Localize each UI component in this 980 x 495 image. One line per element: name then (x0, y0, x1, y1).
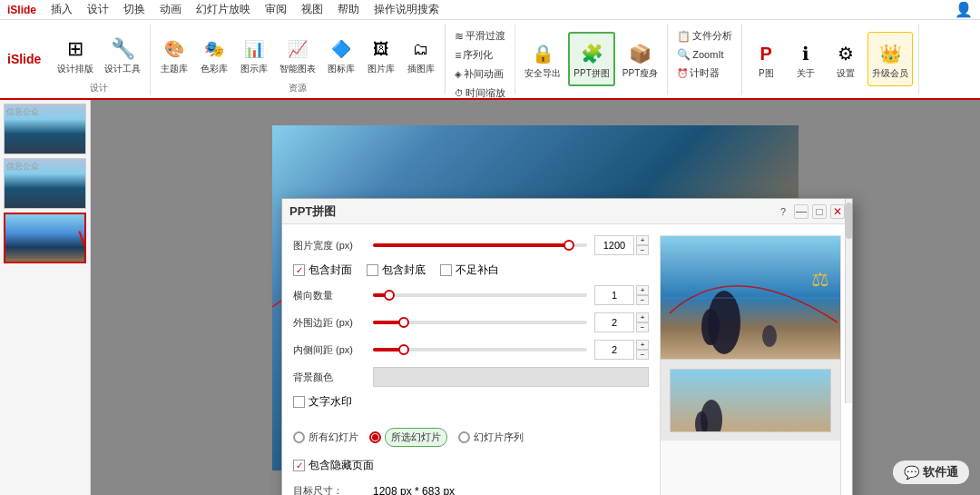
canvas-lib-button[interactable]: 🗂 插图库 (403, 27, 439, 82)
ribbon-group-settings: P P图 ℹ 关于 ⚙ 设置 👑 升级会员 (742, 24, 919, 94)
icon-lib-button[interactable]: 🔷 图标库 (323, 27, 359, 82)
smooth-trans-button[interactable]: ≋ 平滑过渡 (451, 27, 509, 45)
user-icon[interactable]: 👤 (955, 1, 973, 18)
pic-lib-label: 图片库 (368, 64, 395, 74)
canvas-lib-icon: 🗂 (407, 35, 436, 64)
watermark-label: 文字水印 (309, 394, 352, 410)
menu-insert[interactable]: 插入 (51, 2, 73, 17)
ppt-puzzle-button[interactable]: 🧩 PPT拼图 (568, 32, 614, 86)
outer-margin-slider[interactable] (373, 321, 587, 324)
inner-margin-slider[interactable] (373, 348, 587, 351)
horizontal-decrement[interactable]: − (636, 295, 649, 305)
supplement-anim-icon: ◈ (455, 69, 462, 79)
outer-margin-thumb[interactable] (398, 317, 409, 328)
include-hidden-checkbox[interactable]: 包含隐藏页面 (293, 458, 374, 473)
image-width-slider[interactable] (373, 243, 587, 247)
menu-animation[interactable]: 动画 (160, 2, 181, 17)
slide-thumb-3[interactable] (4, 213, 86, 263)
ppt-avatar-button[interactable]: 📦 PPT瘦身 (619, 32, 662, 86)
horizontal-increment[interactable]: + (636, 285, 649, 295)
horizontal-input[interactable] (594, 285, 634, 305)
target-size-value: 1208 px * 683 px (373, 485, 455, 496)
image-width-row: 图片宽度 (px) + − (293, 235, 649, 255)
p-map-button[interactable]: P P图 (748, 32, 784, 86)
menu-design[interactable]: 设计 (87, 2, 109, 17)
slide-sequence-radio[interactable]: 幻灯片序列 (458, 431, 524, 444)
slide-thumb-2[interactable]: 信息公众 (4, 158, 86, 209)
chart-lib-button[interactable]: 📊 图示库 (236, 27, 272, 82)
menu-islide[interactable]: iSlide (7, 4, 36, 16)
horizontal-thumb[interactable] (384, 290, 395, 301)
inner-margin-decrement[interactable]: − (636, 350, 649, 360)
no-margin-check (440, 264, 452, 276)
all-slides-radio[interactable]: 所有幻灯片 (293, 431, 358, 444)
theme-lib-button[interactable]: 🎨 主题库 (156, 27, 192, 82)
image-width-input[interactable] (594, 235, 634, 255)
ribbon-group-export: 🔒 安全导出 🧩 PPT拼图 📦 PPT瘦身 (515, 24, 668, 94)
slide-2-label: 信息公众 (6, 161, 39, 173)
no-margin-checkbox[interactable]: 不足补白 (440, 262, 499, 278)
design-tool-button[interactable]: 🔧 设计工具 (101, 27, 144, 82)
settings-button[interactable]: ⚙ 设置 (828, 32, 864, 86)
icon-lib-icon: 🔷 (327, 35, 356, 64)
inner-margin-input[interactable] (594, 340, 634, 360)
timer-button[interactable]: ⏰ 计时器 (673, 64, 723, 82)
smooth-trans-label: 平滑过渡 (466, 29, 505, 43)
outer-margin-value-box: + − (594, 312, 649, 332)
include-cover-checkbox[interactable]: 包含封面 (293, 262, 352, 278)
menu-view[interactable]: 视图 (301, 2, 323, 17)
image-width-label: 图片宽度 (px) (293, 239, 366, 252)
file-analysis-button[interactable]: 📋 文件分析 (673, 27, 736, 45)
ppt-avatar-icon: 📦 (626, 39, 655, 68)
sequence-button[interactable]: ≡ 序列化 (451, 46, 496, 64)
safe-export-button[interactable]: 🔒 安全导出 (521, 32, 564, 86)
outer-margin-input[interactable] (594, 312, 634, 332)
inner-margin-thumb[interactable] (398, 344, 409, 355)
bg-color-picker[interactable] (373, 367, 649, 387)
zoomit-icon: 🔍 (677, 48, 691, 61)
dialog-close-button[interactable]: ✕ (830, 204, 845, 219)
menu-search[interactable]: 操作说明搜索 (374, 2, 439, 17)
inner-margin-value-box: + − (594, 340, 649, 360)
dialog-maximize-button[interactable]: □ (812, 204, 827, 219)
image-width-thumb[interactable] (564, 240, 574, 251)
design-layout-button[interactable]: ⊞ 设计排版 (54, 27, 97, 82)
chart-lib-label: 图示库 (240, 64, 268, 74)
smart-chart-button[interactable]: 📈 智能图表 (276, 27, 319, 82)
selected-slides-radio[interactable]: 所选幻灯片 (369, 428, 447, 447)
outer-margin-label: 外围边距 (px) (293, 316, 366, 330)
image-width-decrement[interactable]: − (636, 245, 649, 255)
slide-thumb-1[interactable]: 信息公众 (4, 104, 86, 154)
design-layout-icon: ⊞ (61, 35, 90, 64)
scrollbar-thumb[interactable] (846, 203, 852, 239)
menu-slideshow[interactable]: 幻灯片放映 (196, 2, 250, 17)
menu-review[interactable]: 审阅 (265, 2, 287, 17)
dialog-scrollbar[interactable] (845, 199, 852, 403)
supplement-anim-button[interactable]: ◈ 补间动画 (451, 65, 507, 83)
zoomit-button[interactable]: 🔍 ZoomIt (673, 46, 727, 63)
include-back-cover-check (367, 264, 378, 276)
pic-lib-button[interactable]: 🖼 图片库 (363, 27, 399, 82)
color-lib-button[interactable]: 🎭 色彩库 (196, 27, 232, 82)
about-icon: ℹ (791, 39, 820, 68)
upgrade-button[interactable]: 👑 升级会员 (867, 32, 913, 86)
about-button[interactable]: ℹ 关于 (788, 32, 824, 86)
preview-image: ⚖ (661, 236, 840, 359)
zoomit-label: ZoomIt (692, 49, 723, 60)
include-hidden-row: 包含隐藏页面 (293, 458, 649, 473)
ribbon: iSlide ⊞ 设计排版 🔧 设计工具 设计 🎨 主题库 🎭 色彩库 (0, 20, 980, 100)
menu-help[interactable]: 帮助 (338, 2, 359, 17)
inner-margin-increment[interactable]: + (636, 340, 649, 350)
image-width-increment[interactable]: + (636, 235, 649, 245)
dialog-minimize-button[interactable]: — (794, 204, 808, 219)
dialog-help-button[interactable]: ? (776, 204, 790, 219)
outer-margin-increment[interactable]: + (636, 312, 649, 322)
horizontal-slider[interactable] (373, 293, 587, 297)
include-hidden-label: 包含隐藏页面 (309, 458, 374, 473)
watermark-checkbox[interactable]: 文字水印 (293, 394, 352, 410)
menu-transition[interactable]: 切换 (123, 2, 145, 17)
include-back-cover-checkbox[interactable]: 包含封底 (367, 262, 426, 278)
outer-margin-decrement[interactable]: − (636, 322, 649, 332)
safe-export-icon: 🔒 (528, 39, 557, 68)
preview-bottom-svg (671, 370, 830, 431)
